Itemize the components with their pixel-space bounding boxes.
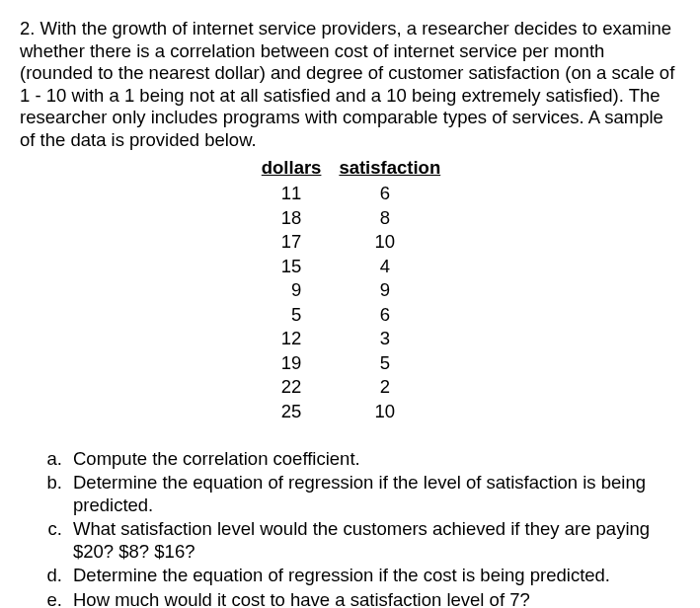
cell-dollars: 5 (252, 303, 332, 328)
table-body: 116188171015499561231952222510 (252, 182, 448, 424)
table-row: 99 (252, 278, 448, 303)
cell-satisfaction: 10 (331, 400, 448, 424)
table-row: 222 (252, 375, 448, 400)
cell-dollars: 22 (252, 375, 332, 400)
intro-text: With the growth of internet service prov… (20, 18, 674, 150)
question-c: What satisfaction level would the custom… (67, 518, 680, 563)
table-row: 195 (252, 351, 448, 376)
col-header-satisfaction: satisfaction (331, 157, 448, 182)
cell-dollars: 12 (252, 327, 332, 351)
cell-satisfaction: 6 (331, 182, 448, 206)
cell-dollars: 9 (252, 278, 332, 303)
table-row: 1710 (252, 230, 448, 255)
cell-satisfaction: 4 (331, 255, 448, 279)
cell-dollars: 19 (252, 351, 332, 376)
data-table-wrap: dollars satisfaction 1161881710154995612… (20, 157, 680, 423)
cell-satisfaction: 9 (331, 278, 448, 303)
question-b: Determine the equation of regression if … (67, 472, 680, 516)
table-row: 56 (252, 303, 448, 328)
question-e: How much would it cost to have a satisfa… (67, 589, 680, 608)
cell-dollars: 15 (252, 255, 332, 279)
cell-satisfaction: 3 (331, 327, 448, 351)
col-header-dollars: dollars (252, 157, 332, 182)
cell-satisfaction: 8 (331, 206, 448, 231)
problem-intro: 2. With the growth of internet service p… (20, 18, 680, 151)
cell-dollars: 17 (252, 230, 332, 255)
table-row: 154 (252, 255, 448, 279)
question-list: Compute the correlation coefficient. Det… (20, 448, 680, 608)
problem-number: 2. (20, 18, 35, 38)
cell-dollars: 25 (252, 400, 332, 424)
table-row: 116 (252, 182, 448, 206)
table-row: 2510 (252, 400, 448, 424)
question-d: Determine the equation of regression if … (67, 565, 680, 587)
data-table: dollars satisfaction 1161881710154995612… (252, 157, 448, 423)
cell-satisfaction: 10 (331, 230, 448, 255)
cell-satisfaction: 5 (331, 351, 448, 376)
cell-dollars: 18 (252, 206, 332, 231)
table-row: 188 (252, 206, 448, 231)
cell-satisfaction: 2 (331, 375, 448, 400)
table-row: 123 (252, 327, 448, 351)
cell-dollars: 11 (252, 182, 332, 206)
question-a: Compute the correlation coefficient. (67, 448, 680, 471)
cell-satisfaction: 6 (331, 303, 448, 328)
